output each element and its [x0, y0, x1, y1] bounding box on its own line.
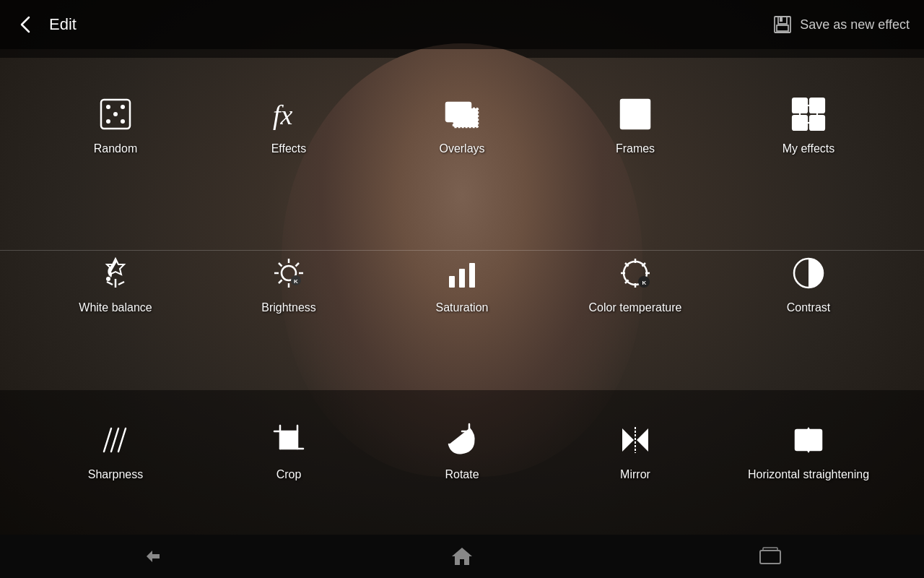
brightness-icon: K	[269, 253, 309, 293]
tool-brightness[interactable]: K Brightness	[224, 253, 354, 316]
tools-bottom: White balance	[0, 201, 924, 535]
rotate-label: Rotate	[445, 467, 479, 483]
svg-line-32	[279, 263, 282, 267]
svg-line-25	[118, 282, 124, 285]
rotate-icon	[442, 420, 482, 460]
tool-contrast[interactable]: Contrast	[744, 253, 873, 316]
svg-rect-69	[763, 548, 777, 551]
overlays-icon	[442, 94, 482, 134]
effects-label: Effects	[271, 142, 307, 157]
svg-rect-15	[793, 98, 807, 113]
svg-line-24	[107, 282, 113, 285]
tool-color-temperature[interactable]: K Color temperature	[570, 253, 700, 316]
tools-top-row: Random fx Effects Overlays	[0, 49, 924, 201]
nav-home-button[interactable]	[449, 543, 475, 569]
mirror-label: Mirror	[620, 467, 650, 483]
svg-line-55	[118, 428, 126, 452]
svg-rect-18	[810, 116, 824, 130]
tools-overlay: Random fx Effects Overlays	[0, 49, 924, 535]
svg-rect-14	[626, 105, 645, 124]
tool-random[interactable]: Random	[51, 94, 180, 157]
frames-label: Frames	[616, 142, 655, 157]
effects-icon: fx	[269, 94, 309, 134]
svg-point-7	[106, 119, 110, 124]
svg-rect-68	[760, 551, 780, 564]
svg-marker-62	[637, 428, 648, 452]
nav-recent-button[interactable]	[757, 543, 783, 569]
sharpness-label: Sharpness	[88, 467, 144, 483]
svg-rect-16	[810, 98, 824, 113]
svg-point-8	[121, 119, 125, 124]
tool-mirror[interactable]: Mirror	[570, 420, 700, 483]
tools-row-2: Sharpness Crop	[0, 368, 924, 535]
random-label: Random	[94, 142, 137, 157]
svg-rect-17	[793, 116, 807, 130]
svg-text:fx: fx	[273, 100, 293, 130]
bottom-nav-bar	[0, 535, 924, 578]
top-bar-left: Edit	[14, 13, 77, 36]
svg-point-5	[106, 105, 110, 109]
svg-rect-38	[449, 276, 455, 288]
tools-row-1: White balance	[0, 201, 924, 368]
brightness-label: Brightness	[261, 301, 316, 316]
my-effects-label: My effects	[783, 142, 835, 157]
tool-overlays[interactable]: Overlays	[397, 94, 527, 157]
nav-back-button[interactable]	[141, 543, 167, 569]
my-effects-icon	[788, 94, 829, 134]
crop-label: Crop	[276, 467, 302, 483]
tool-frames[interactable]: Frames	[570, 94, 700, 157]
saturation-icon	[442, 253, 482, 293]
svg-point-6	[121, 105, 125, 109]
svg-rect-2	[777, 25, 788, 31]
color-temperature-label: Color temperature	[589, 301, 682, 316]
svg-rect-40	[469, 263, 475, 288]
tool-white-balance[interactable]: White balance	[51, 253, 180, 316]
svg-rect-39	[459, 269, 465, 288]
svg-line-34	[296, 263, 300, 267]
horizontal-straightening-icon	[788, 420, 829, 460]
tool-sharpness[interactable]: Sharpness	[51, 420, 180, 483]
mirror-icon	[615, 420, 655, 460]
sharpness-icon	[95, 420, 136, 460]
svg-text:K: K	[642, 280, 647, 286]
contrast-label: Contrast	[787, 301, 830, 316]
tool-rotate[interactable]: Rotate	[397, 420, 527, 483]
svg-point-26	[106, 277, 110, 281]
back-button[interactable]	[14, 13, 38, 36]
save-as-new-effect-button[interactable]: Save as new effect	[772, 14, 910, 35]
svg-rect-60	[280, 431, 297, 449]
tool-horizontal-straightening[interactable]: Horizontal straightening	[744, 420, 873, 483]
color-temperature-icon: K	[615, 253, 655, 293]
tool-effects[interactable]: fx Effects	[224, 94, 354, 157]
section-divider	[0, 250, 924, 251]
save-effect-label: Save as new effect	[800, 17, 910, 33]
svg-text:K: K	[294, 278, 298, 285]
horizontal-straightening-label: Horizontal straightening	[748, 467, 869, 483]
svg-point-9	[113, 112, 118, 116]
svg-rect-3	[780, 17, 783, 22]
svg-marker-61	[622, 428, 634, 452]
svg-rect-12	[453, 108, 478, 127]
overlays-label: Overlays	[439, 142, 484, 157]
tool-saturation[interactable]: Saturation	[397, 253, 527, 316]
contrast-icon	[788, 253, 829, 293]
saturation-label: Saturation	[436, 301, 489, 316]
crop-icon	[269, 420, 309, 460]
tool-my-effects[interactable]: My effects	[744, 94, 873, 157]
svg-line-53	[104, 428, 111, 452]
page-title: Edit	[49, 15, 77, 34]
svg-line-54	[111, 428, 118, 452]
tool-crop[interactable]: Crop	[224, 420, 354, 483]
white-balance-icon	[95, 253, 136, 293]
random-icon	[95, 94, 136, 134]
svg-line-35	[279, 280, 282, 284]
white-balance-label: White balance	[79, 301, 152, 316]
top-bar: Edit Save as new effect	[0, 0, 924, 49]
frames-icon	[615, 94, 655, 134]
